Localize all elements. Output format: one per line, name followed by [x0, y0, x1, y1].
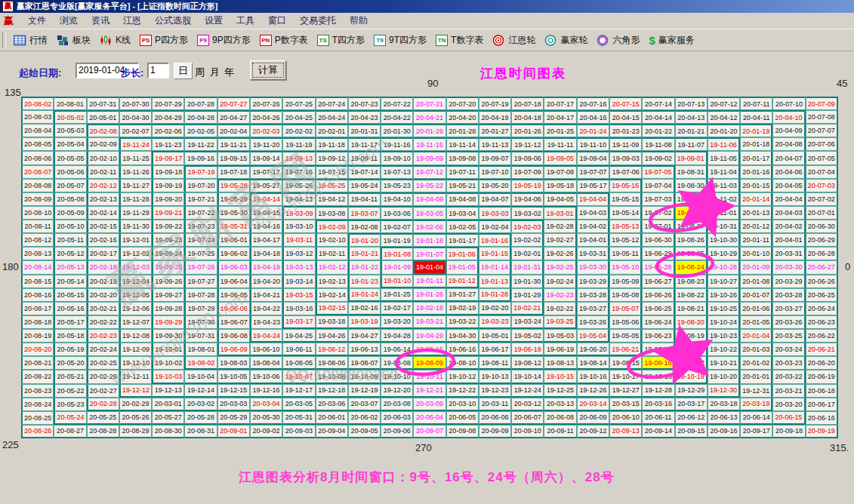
date-cell[interactable]: 20-07-01	[806, 206, 838, 220]
date-cell[interactable]: 19-07-23	[184, 220, 217, 233]
date-cell[interactable]: 19-11-21	[217, 137, 250, 151]
date-cell[interactable]: 19-11-23	[152, 137, 184, 151]
date-cell[interactable]: 20-06-10	[609, 411, 642, 425]
date-cell[interactable]: 19-10-05	[217, 370, 250, 383]
date-cell[interactable]: 19-10-11	[413, 370, 445, 383]
date-cell[interactable]: 19-11-05	[708, 151, 740, 164]
date-cell[interactable]: 20-04-06	[772, 165, 805, 179]
date-cell[interactable]: 20-04-20	[446, 110, 479, 124]
toolbar-button-赢家轮[interactable]: 赢家轮	[540, 32, 592, 48]
date-cell[interactable]: 19-08-13	[544, 356, 576, 370]
date-cell[interactable]: 20-08-11	[21, 220, 54, 233]
date-cell[interactable]: 20-09-01	[217, 425, 250, 438]
date-cell[interactable]: 19-05-05	[609, 329, 642, 343]
date-cell[interactable]: 20-01-15	[740, 179, 772, 192]
date-cell[interactable]: 19-08-26	[675, 233, 708, 247]
date-cell[interactable]: 19-02-22	[544, 302, 576, 315]
date-cell[interactable]: 20-01-02	[740, 356, 772, 370]
date-cell[interactable]: 19-12-25	[544, 384, 576, 398]
date-cell[interactable]: 20-05-25	[87, 411, 119, 425]
date-cell[interactable]: 19-08-17	[675, 356, 708, 370]
date-cell[interactable]: 20-07-04	[806, 165, 838, 179]
date-cell[interactable]: 20-01-21	[675, 124, 708, 137]
date-cell[interactable]: 19-12-02	[119, 247, 152, 260]
date-cell[interactable]: 19-03-02	[511, 206, 544, 220]
date-cell[interactable]: 19-12-11	[119, 370, 152, 383]
date-cell[interactable]: 19-08-12	[511, 356, 544, 370]
date-cell[interactable]: 19-01-21	[348, 247, 381, 260]
date-cell[interactable]: 20-06-12	[675, 411, 708, 425]
date-cell[interactable]: 19-12-18	[316, 384, 348, 398]
date-cell[interactable]: 19-04-03	[577, 206, 609, 220]
date-cell[interactable]: 19-04-25	[282, 329, 315, 343]
date-cell[interactable]: 20-08-13	[21, 247, 54, 260]
date-cell[interactable]: 19-12-07	[119, 315, 152, 329]
date-cell[interactable]: 20-01-25	[544, 124, 576, 137]
date-cell[interactable]: 19-11-10	[577, 137, 609, 151]
date-cell[interactable]: 19-12-28	[642, 384, 674, 398]
date-cell[interactable]: 20-01-10	[740, 247, 772, 260]
date-cell[interactable]: 19-12-04	[119, 275, 152, 288]
date-cell[interactable]: 20-03-21	[772, 384, 805, 398]
date-cell[interactable]: 20-06-27	[806, 260, 838, 274]
date-cell[interactable]: 20-02-23	[87, 329, 119, 343]
date-cell[interactable]: 19-11-25	[119, 151, 152, 164]
date-cell[interactable]: 20-03-26	[772, 315, 805, 329]
date-cell[interactable]: 19-06-18	[511, 343, 544, 356]
date-cell[interactable]: 19-01-11	[413, 275, 445, 288]
date-cell[interactable]: 20-02-26	[87, 370, 119, 383]
date-cell[interactable]: 20-02-12	[87, 179, 119, 192]
date-cell[interactable]: 19-03-10	[282, 220, 315, 233]
date-cell[interactable]: 20-04-02	[772, 220, 805, 233]
date-cell[interactable]: 20-09-12	[577, 425, 609, 438]
date-cell[interactable]: 19-11-01	[708, 206, 740, 220]
date-cell[interactable]: 20-05-17	[54, 315, 86, 329]
date-cell[interactable]: 20-08-20	[21, 343, 54, 356]
date-cell[interactable]: 20-08-21	[21, 356, 54, 370]
date-cell[interactable]: 20-06-01	[316, 411, 348, 425]
date-cell[interactable]: 19-11-03	[708, 179, 740, 192]
date-cell[interactable]: 20-09-11	[544, 425, 576, 438]
date-cell[interactable]: 20-08-16	[21, 288, 54, 302]
date-cell[interactable]: 19-01-17	[446, 233, 479, 247]
date-cell[interactable]: 19-10-04	[184, 370, 217, 383]
date-cell[interactable]: 19-05-20	[479, 179, 511, 192]
date-cell[interactable]: 20-08-07	[21, 165, 54, 179]
date-cell[interactable]: 19-07-20	[184, 179, 217, 192]
date-cell[interactable]: 19-05-10	[609, 260, 642, 274]
date-cell[interactable]: 20-01-05	[740, 315, 772, 329]
date-cell[interactable]: 20-03-04	[250, 398, 282, 411]
date-cell[interactable]: 20-01-17	[740, 151, 772, 164]
date-cell[interactable]: 20-08-02	[21, 97, 54, 110]
date-cell[interactable]: 20-01-14	[740, 192, 772, 206]
date-cell[interactable]: 19-07-03	[642, 192, 674, 206]
date-cell[interactable]: 20-03-30	[772, 260, 805, 274]
date-cell[interactable]: 19-11-14	[446, 137, 479, 151]
date-cell[interactable]: 20-07-05	[806, 151, 838, 164]
date-cell[interactable]: 20-04-28	[184, 110, 217, 124]
date-cell[interactable]: 20-03-23	[772, 356, 805, 370]
date-cell[interactable]: 19-03-13	[282, 260, 315, 274]
date-cell[interactable]: 19-05-21	[446, 179, 479, 192]
date-cell[interactable]: 20-06-05	[446, 411, 479, 425]
date-cell[interactable]: 19-04-14	[250, 192, 282, 206]
date-cell[interactable]: 19-03-01	[544, 206, 576, 220]
date-cell[interactable]: 19-11-19	[282, 137, 315, 151]
date-cell[interactable]: 19-03-27	[577, 302, 609, 315]
date-cell[interactable]: 19-06-27	[642, 275, 674, 288]
date-cell[interactable]: 20-01-22	[642, 124, 674, 137]
date-cell[interactable]: 20-07-18	[511, 97, 544, 110]
date-cell[interactable]: 19-10-12	[446, 370, 479, 383]
date-cell[interactable]: 20-04-22	[381, 110, 413, 124]
date-cell[interactable]: 19-12-22	[446, 384, 479, 398]
date-cell[interactable]: 20-09-15	[675, 425, 708, 438]
date-cell[interactable]: 19-09-25	[152, 260, 184, 274]
date-cell[interactable]: 20-08-22	[21, 370, 54, 383]
date-cell[interactable]: 20-06-28	[806, 247, 838, 260]
date-cell[interactable]: 20-02-19	[87, 275, 119, 288]
date-cell[interactable]: 19-02-09	[316, 220, 348, 233]
date-cell[interactable]: 20-04-18	[511, 110, 544, 124]
date-cell[interactable]: 20-04-01	[772, 233, 805, 247]
date-cell[interactable]: 20-06-11	[642, 411, 674, 425]
date-cell[interactable]: 20-02-21	[87, 302, 119, 315]
